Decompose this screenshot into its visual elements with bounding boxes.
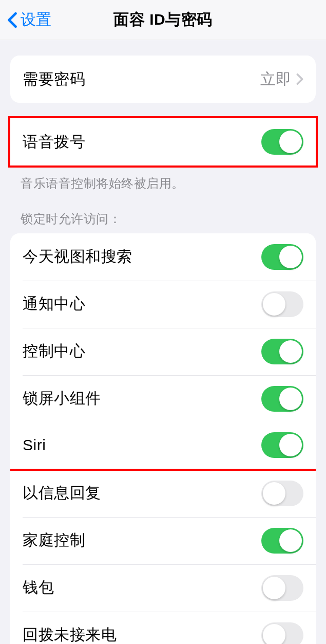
lock-access-row: 通知中心 bbox=[10, 281, 316, 328]
lock-access-group: 今天视图和搜索通知中心控制中心锁屏小组件Siri以信息回复家庭控制钱包回拨未接来… bbox=[10, 233, 316, 644]
lock-access-row: 钱包 bbox=[10, 564, 316, 612]
lock-access-label: 回拨未接来电 bbox=[23, 624, 261, 644]
require-passcode-row[interactable]: 需要密码 立即 bbox=[10, 56, 316, 103]
chevron-right-icon bbox=[296, 73, 303, 85]
lock-access-toggle[interactable] bbox=[261, 432, 303, 458]
lock-access-toggle[interactable] bbox=[261, 622, 303, 644]
lock-access-label: 钱包 bbox=[23, 577, 261, 598]
lock-access-toggle[interactable] bbox=[261, 244, 303, 270]
voice-dial-row: 语音拨号 bbox=[10, 118, 316, 165]
lock-access-label: 以信息回复 bbox=[23, 483, 261, 504]
voice-dial-group: 语音拨号 bbox=[8, 116, 318, 168]
lock-access-label: 控制中心 bbox=[23, 341, 261, 362]
lock-access-toggle[interactable] bbox=[261, 339, 303, 364]
lock-access-toggle[interactable] bbox=[261, 481, 303, 506]
lock-access-toggle[interactable] bbox=[261, 528, 303, 554]
lock-access-label: 今天视图和搜索 bbox=[23, 246, 261, 267]
back-label: 设置 bbox=[21, 9, 51, 30]
lock-access-label: Siri bbox=[23, 436, 261, 454]
lock-access-row: 锁屏小组件 bbox=[10, 375, 316, 422]
lock-access-row: 以信息回复 bbox=[10, 470, 316, 517]
lock-access-row: 回拨未接来电 bbox=[10, 612, 316, 644]
back-button[interactable]: 设置 bbox=[4, 9, 51, 31]
chevron-left-icon bbox=[4, 9, 21, 31]
lock-access-label: 通知中心 bbox=[23, 293, 261, 315]
require-passcode-group: 需要密码 立即 bbox=[10, 56, 316, 103]
voice-dial-footer: 音乐语音控制将始终被启用。 bbox=[0, 168, 326, 192]
lock-access-header: 锁定时允许访问： bbox=[0, 192, 326, 233]
lock-access-toggle[interactable] bbox=[261, 291, 303, 317]
lock-access-row: Siri bbox=[10, 421, 316, 471]
navigation-bar: 设置 面容 ID与密码 bbox=[0, 0, 326, 40]
voice-dial-toggle[interactable] bbox=[261, 129, 303, 155]
require-passcode-value: 立即 bbox=[260, 69, 291, 90]
lock-access-row: 控制中心 bbox=[10, 328, 316, 375]
lock-access-label: 家庭控制 bbox=[23, 530, 261, 551]
lock-access-toggle[interactable] bbox=[261, 575, 303, 601]
lock-access-label: 锁屏小组件 bbox=[23, 388, 261, 409]
lock-access-toggle[interactable] bbox=[261, 386, 303, 412]
require-passcode-label: 需要密码 bbox=[23, 69, 260, 90]
lock-access-row: 今天视图和搜索 bbox=[10, 233, 316, 281]
voice-dial-label: 语音拨号 bbox=[23, 132, 261, 153]
page-title: 面容 ID与密码 bbox=[113, 9, 212, 30]
lock-access-row: 家庭控制 bbox=[10, 517, 316, 564]
